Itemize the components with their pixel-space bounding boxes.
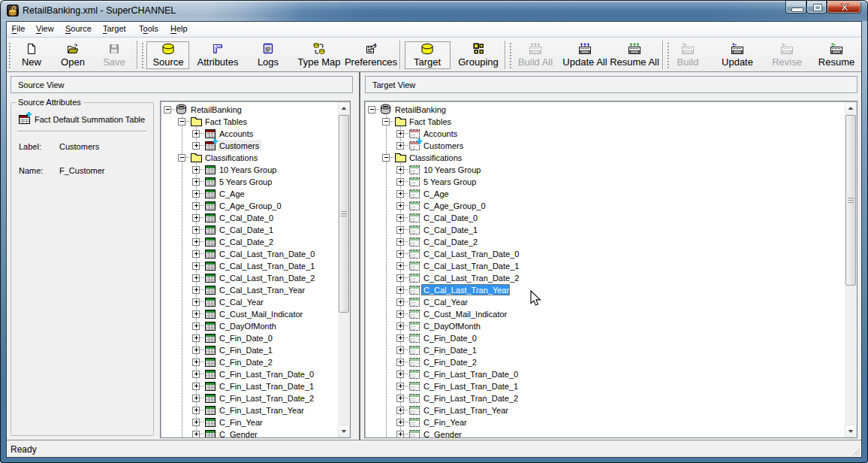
svg-text:C_Fin_Date_0: C_Fin_Date_0 [423, 334, 477, 343]
svg-text:Accounts: Accounts [219, 129, 254, 138]
svg-text:C_Gender: C_Gender [219, 430, 258, 438]
svg-text:C_Cal_Last_Tran_Date_2: C_Cal_Last_Tran_Date_2 [219, 274, 315, 283]
svg-text:C_Cust_Mail_Indicator: C_Cust_Mail_Indicator [423, 310, 508, 319]
svg-text:C_Cal_Last_Tran_Date_2: C_Cal_Last_Tran_Date_2 [423, 274, 519, 283]
svg-text:RetailBanking: RetailBanking [191, 105, 242, 114]
svg-text:C_Cust_Mail_Indicator: C_Cust_Mail_Indicator [219, 310, 303, 319]
svg-text:C_Cal_Date_2: C_Cal_Date_2 [423, 238, 478, 247]
svg-text:C_Fin_Date_1: C_Fin_Date_1 [219, 346, 273, 355]
svg-text:C_Fin_Last_Tran_Date_2: C_Fin_Last_Tran_Date_2 [219, 394, 314, 403]
svg-text:C_Fin_Date_1: C_Fin_Date_1 [423, 346, 477, 355]
svg-text:Accounts: Accounts [423, 129, 458, 138]
svg-text:C_Fin_Last_Tran_Year: C_Fin_Last_Tran_Year [219, 406, 304, 415]
svg-text:C_Age: C_Age [219, 189, 245, 198]
svg-text:10 Years Group: 10 Years Group [423, 165, 481, 174]
svg-text:C_Cal_Year: C_Cal_Year [423, 298, 468, 307]
svg-text:C_Cal_Date_0: C_Cal_Date_0 [423, 213, 478, 222]
svg-text:C_Cal_Year: C_Cal_Year [219, 298, 264, 307]
svg-text:Fact Tables: Fact Tables [205, 117, 248, 126]
svg-text:C_Age: C_Age [423, 189, 449, 198]
svg-text:C_Age_Group_0: C_Age_Group_0 [219, 201, 282, 210]
svg-text:C_Fin_Date_2: C_Fin_Date_2 [423, 358, 477, 367]
svg-text:Classifications: Classifications [409, 153, 463, 162]
svg-text:C_Fin_Year: C_Fin_Year [423, 418, 467, 427]
svg-text:Fact Tables: Fact Tables [409, 117, 452, 126]
svg-text:C_Fin_Date_0: C_Fin_Date_0 [219, 334, 273, 343]
svg-text:C_Fin_Last_Tran_Date_2: C_Fin_Last_Tran_Date_2 [423, 394, 518, 403]
svg-text:Customers: Customers [423, 141, 464, 150]
svg-text:C_Fin_Date_2: C_Fin_Date_2 [219, 358, 273, 367]
svg-text:C_DayOfMonth: C_DayOfMonth [219, 322, 276, 331]
svg-text:C_DayOfMonth: C_DayOfMonth [423, 322, 481, 331]
svg-text:C_Cal_Last_Tran_Date_0: C_Cal_Last_Tran_Date_0 [219, 250, 315, 259]
svg-text:C_Fin_Last_Tran_Date_0: C_Fin_Last_Tran_Date_0 [219, 370, 314, 379]
svg-text:C_Cal_Last_Tran_Year: C_Cal_Last_Tran_Year [219, 286, 305, 295]
svg-text:Customers: Customers [219, 141, 260, 150]
svg-text:C_Gender: C_Gender [423, 430, 462, 438]
svg-text:C_Fin_Last_Tran_Year: C_Fin_Last_Tran_Year [423, 406, 508, 415]
svg-text:C_Cal_Date_2: C_Cal_Date_2 [219, 238, 273, 247]
svg-text:C_Cal_Last_Tran_Date_0: C_Cal_Last_Tran_Date_0 [423, 250, 519, 259]
svg-text:C_Cal_Date_1: C_Cal_Date_1 [219, 225, 273, 235]
svg-text:C_Fin_Last_Tran_Date_1: C_Fin_Last_Tran_Date_1 [423, 382, 518, 391]
svg-text:C_Age_Group_0: C_Age_Group_0 [423, 201, 486, 210]
svg-text:C_Cal_Last_Tran_Date_1: C_Cal_Last_Tran_Date_1 [219, 262, 315, 271]
svg-text:C_Cal_Date_0: C_Cal_Date_0 [219, 213, 273, 222]
svg-text:C_Cal_Last_Tran_Date_1: C_Cal_Last_Tran_Date_1 [423, 262, 519, 271]
svg-text:C_Cal_Last_Tran_Year: C_Cal_Last_Tran_Year [423, 286, 509, 295]
svg-text:C_Fin_Last_Tran_Date_0: C_Fin_Last_Tran_Date_0 [423, 370, 518, 379]
svg-text:10 Years Group: 10 Years Group [219, 165, 276, 174]
svg-text:5 Years Group: 5 Years Group [423, 177, 476, 186]
svg-text:C_Fin_Last_Tran_Date_1: C_Fin_Last_Tran_Date_1 [219, 382, 314, 391]
svg-text:RetailBanking: RetailBanking [395, 105, 446, 114]
svg-text:C_Cal_Date_1: C_Cal_Date_1 [423, 225, 478, 235]
svg-text:C_Fin_Year: C_Fin_Year [219, 418, 263, 427]
svg-text:Classifications: Classifications [205, 153, 258, 162]
svg-text:5 Years Group: 5 Years Group [219, 177, 272, 186]
